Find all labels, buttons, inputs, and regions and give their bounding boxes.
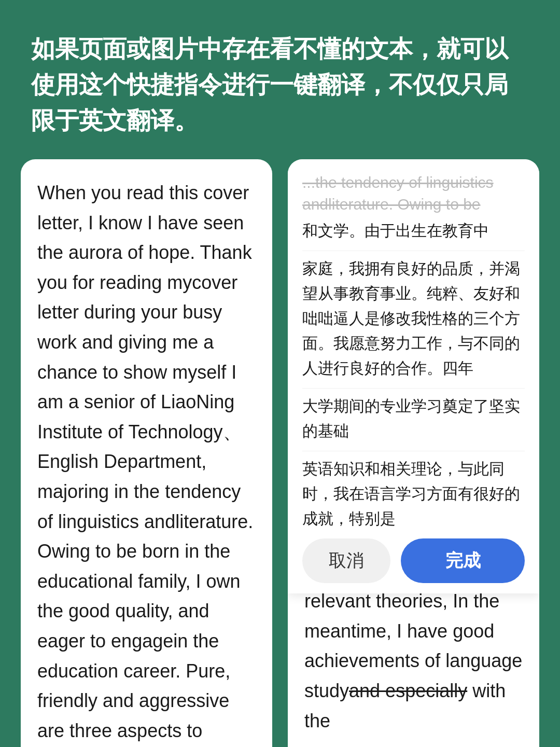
top-description: 如果页面或图片中存在看不懂的文本，就可以使用这个快捷指令进行一键翻译，不仅仅只局… — [0, 0, 560, 159]
left-card-text: When you read this cover letter, I know … — [37, 182, 253, 747]
left-card-content: When you read this cover letter, I know … — [21, 159, 272, 747]
cancel-button[interactable]: 取消 — [302, 538, 390, 583]
right-card: ...the tendency of linguistics andlitera… — [288, 159, 539, 747]
popup-line2: 家庭，我拥有良好的品质，并渴望从事教育事业。纯粹、友好和咄咄逼人是修改我性格的三… — [302, 251, 525, 381]
done-button[interactable]: 完成 — [401, 538, 525, 583]
left-card: When you read this cover letter, I know … — [21, 159, 272, 747]
popup-buttons: 取消 完成 — [302, 538, 525, 583]
popup-line1: 和文学。由于出生在教育中 — [302, 218, 525, 243]
popup-faded-text: ...the tendency of linguistics andlitera… — [302, 172, 525, 215]
translation-popup: ...the tendency of linguistics andlitera… — [288, 159, 539, 593]
popup-line3: 大学期间的专业学习奠定了坚实的基础 — [302, 388, 525, 444]
popup-line4: 英语知识和相关理论，与此同时，我在语言学习方面有很好的成就，特别是 — [302, 451, 525, 531]
cards-row: When you read this cover letter, I know … — [0, 159, 560, 747]
